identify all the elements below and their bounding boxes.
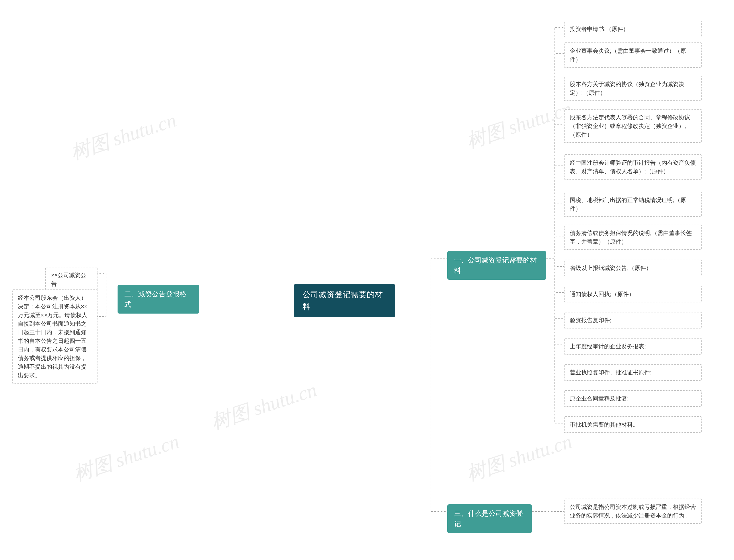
leaf-material-13: 原企业合同章程及批复; (564, 390, 702, 407)
leaf-material-14: 审批机关需要的其他材料。 (564, 416, 702, 433)
leaf-material-7: 债务清偿或债务担保情况的说明;（需由董事长签字，并盖章）（原件） (564, 225, 702, 250)
leaf-material-6: 国税、地税部门出据的正常纳税情况证明;（原件） (564, 192, 702, 217)
leaf-material-5: 经中国注册会计师验证的审计报告（内有资产负债表、财产清单、债权人名单）;（原件） (564, 154, 702, 180)
leaf-material-12: 营业执照复印件、批准证书原件; (564, 364, 702, 381)
leaf-material-3: 股东各方关于减资的协议（独资企业为减资决定）;（原件） (564, 76, 702, 101)
branch-definition: 三、什么是公司减资登记 (447, 504, 532, 533)
leaf-material-10: 验资报告复印件; (564, 312, 702, 328)
leaf-announcement-body: 经本公司股东会（出资人）决定：本公司注册资本从××万元减至××万元。请债权人自接… (12, 289, 98, 384)
leaf-material-8: 省级以上报纸减资公告;（原件） (564, 260, 702, 276)
watermark: 树图 shutu.cn (70, 428, 182, 487)
leaf-material-9: 通知债权人回执;（原件） (564, 286, 702, 302)
watermark: 树图 shutu.cn (463, 428, 575, 487)
leaf-definition-1: 公司减资是指公司资本过剩或亏损严重，根据经营业务的实际情况，依法减少注册资本金的… (564, 499, 702, 524)
watermark: 树图 shutu.cn (67, 107, 180, 166)
leaf-material-1: 投资者申请书;（原件） (564, 21, 702, 37)
watermark: 树图 shutu.cn (463, 96, 575, 154)
branch-announcement-format: 二、减资公告登报格式 (118, 285, 199, 314)
leaf-material-11: 上年度经审计的企业财务报表; (564, 338, 702, 355)
watermark: 树图 shutu.cn (208, 377, 320, 435)
root-node: 公司减资登记需要的材料 (294, 284, 395, 317)
leaf-material-4: 股东各方法定代表人签署的合同、章程修改协议（非独资企业）或章程修改决定（独资企业… (564, 109, 702, 143)
leaf-material-2: 企业董事会决议;（需由董事会一致通过）（原件） (564, 42, 702, 68)
leaf-announcement-title: ××公司减资公告 (45, 267, 98, 292)
branch-materials: 一、公司减资登记需要的材料 (447, 251, 546, 280)
